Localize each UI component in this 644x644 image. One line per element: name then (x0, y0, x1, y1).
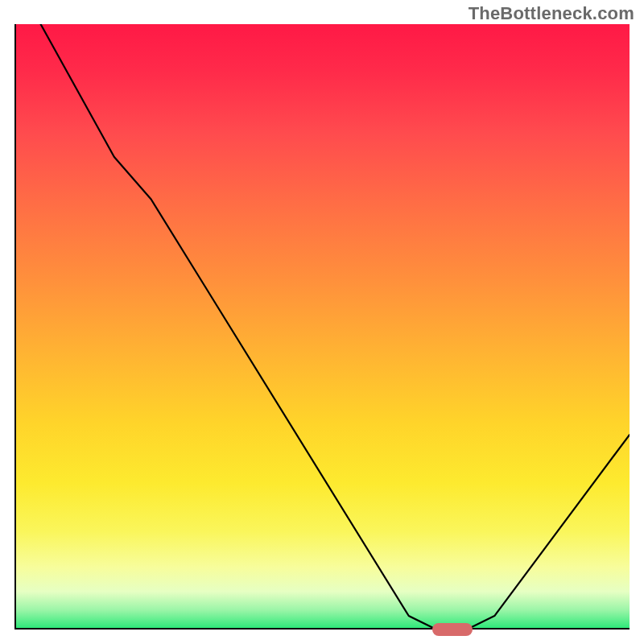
watermark-text: TheBottleneck.com (469, 3, 634, 24)
optimum-marker (432, 623, 473, 636)
chart-background-gradient (16, 24, 630, 628)
chart-plot-area (14, 24, 630, 630)
